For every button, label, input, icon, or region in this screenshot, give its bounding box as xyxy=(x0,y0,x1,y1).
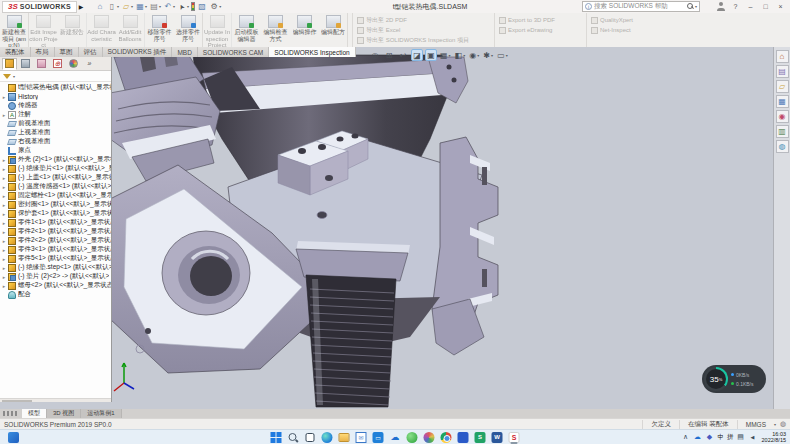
tree-item[interactable]: (-) 绝缘垫.step<1> (默认<<默认> xyxy=(0,263,111,272)
view-settings-icon[interactable] xyxy=(496,49,509,61)
taskbar-button[interactable] xyxy=(353,430,370,444)
expand-arrow[interactable] xyxy=(0,157,8,163)
taskbar-button[interactable] xyxy=(336,430,353,444)
ribbon-button[interactable]: 编辑检查方式 xyxy=(261,13,290,47)
tree-item[interactable]: 螺母<2> (默认<<默认>_显示状态 xyxy=(0,281,111,290)
ribbon-tab[interactable]: 布局 xyxy=(31,47,55,57)
tree-item[interactable]: 原点 xyxy=(0,146,111,155)
expand-arrow[interactable] xyxy=(0,283,8,289)
taskbar-button[interactable] xyxy=(404,430,421,444)
ribbon-button[interactable]: Add/Edit Balloons xyxy=(116,13,145,47)
expand-arrow[interactable] xyxy=(0,238,8,244)
ribbon-button[interactable]: 移除零件序号 xyxy=(145,13,174,47)
photos-icon[interactable] xyxy=(424,432,435,443)
minimize-icon[interactable]: – xyxy=(743,1,758,12)
search-caret-icon[interactable] xyxy=(695,4,697,9)
expand-arrow[interactable] xyxy=(0,274,8,280)
tree-item[interactable]: (-) 绝缘垫片<1> (默认<<默认>_显 xyxy=(0,164,111,173)
filter-caret-icon[interactable] xyxy=(13,74,15,79)
expand-arrow[interactable] xyxy=(0,184,8,190)
view-orientation-icon[interactable] xyxy=(439,49,452,61)
export-command[interactable]: Export to 3D PDF xyxy=(499,15,582,25)
view-palette-icon[interactable] xyxy=(776,95,789,108)
expand-arrow[interactable] xyxy=(0,202,8,208)
panel-tab[interactable] xyxy=(2,58,17,70)
help-search-box[interactable]: 搜索 SOLIDWORKS 帮助 xyxy=(582,1,700,12)
panel-tab[interactable] xyxy=(66,58,81,70)
taskbar-button[interactable] xyxy=(319,430,336,444)
restore-icon[interactable]: □ xyxy=(758,1,773,12)
annotation-visibility-icon[interactable] xyxy=(425,49,437,61)
chrome-icon[interactable] xyxy=(441,432,452,443)
user-account-icon[interactable] xyxy=(713,1,728,12)
ribbon-tab[interactable]: SOLIDWORKS CAM xyxy=(198,47,269,57)
expand-arrow[interactable] xyxy=(0,265,8,271)
expand-arrow[interactable] xyxy=(0,193,8,199)
file-properties-icon[interactable] xyxy=(197,2,207,12)
quick-access-button[interactable] xyxy=(163,2,175,12)
ribbon-button[interactable]: 启动模板编辑器 xyxy=(232,13,261,47)
quick-access-button[interactable] xyxy=(135,2,147,12)
panel-tab[interactable] xyxy=(50,58,65,70)
close-icon[interactable]: × xyxy=(773,1,788,12)
taskbar-clock[interactable]: 16:03 2022/8/15 xyxy=(762,431,786,443)
ribbon-button[interactable]: Edit Inspection Project xyxy=(29,13,58,47)
globe-icon[interactable] xyxy=(776,420,790,428)
export-command[interactable]: 导出至 SOLIDWORKS Inspection 项目 xyxy=(357,35,490,45)
help-icon[interactable]: ? xyxy=(728,1,743,12)
expand-arrow[interactable] xyxy=(0,247,8,253)
dropdown-caret-icon[interactable] xyxy=(173,4,175,9)
section-view-icon[interactable] xyxy=(411,49,423,61)
save-icon[interactable] xyxy=(135,2,145,12)
onedrive-icon[interactable] xyxy=(390,432,401,443)
dropdown-caret-icon[interactable] xyxy=(159,4,161,9)
expand-arrow[interactable] xyxy=(0,112,8,118)
file-explorer-icon[interactable] xyxy=(339,433,350,442)
expand-arrow[interactable] xyxy=(0,256,8,262)
quick-access-button[interactable] xyxy=(197,2,207,12)
ribbon-tab[interactable]: 装配体 xyxy=(0,47,31,57)
expand-arrow[interactable] xyxy=(0,94,8,100)
home-icon[interactable] xyxy=(95,2,105,12)
status-segment[interactable]: 在编辑 装配体 xyxy=(679,420,737,429)
ribbon-tab[interactable]: 评估 xyxy=(79,47,103,57)
taskbar-button[interactable] xyxy=(421,430,438,444)
edit-appearance-icon[interactable] xyxy=(482,49,494,61)
notebook-app-icon[interactable] xyxy=(458,432,469,443)
forum-icon[interactable] xyxy=(776,140,789,153)
edge-icon[interactable] xyxy=(322,432,333,443)
taskbar-button[interactable] xyxy=(268,430,285,444)
tree-filter-row[interactable] xyxy=(0,71,111,82)
ribbon-tab[interactable]: SOLIDWORKS 插件 xyxy=(103,47,173,57)
custom-properties-icon[interactable] xyxy=(776,125,789,138)
ribbon-button[interactable]: 选择零件序号 xyxy=(174,13,203,47)
taskbar-button[interactable] xyxy=(489,430,506,444)
panel-tab[interactable] xyxy=(82,58,97,70)
hide-show-items-icon[interactable] xyxy=(468,49,480,61)
ribbon-button[interactable]: 新建检查项目 (amp;N) xyxy=(0,13,29,47)
word-icon[interactable] xyxy=(492,432,503,443)
export-command[interactable]: Net-Inspect xyxy=(591,25,652,35)
tree-item[interactable]: (-) 上盖<1> (默认<<默认>_显示状 xyxy=(0,173,111,182)
tree-item[interactable]: 零件2<1> (默认<<默认>_显示状态 xyxy=(0,227,111,236)
search-input[interactable]: 搜索 SOLIDWORKS 帮助 xyxy=(594,2,687,11)
export-command[interactable]: 导出至 2D PDF xyxy=(357,15,490,25)
export-command[interactable]: 导出至 Excel xyxy=(357,25,490,35)
quick-access-button[interactable] xyxy=(121,2,133,12)
status-segment[interactable]: MMGS xyxy=(737,420,774,429)
panel-tab[interactable] xyxy=(18,58,33,70)
menu-expand-arrow-icon[interactable] xyxy=(77,3,85,10)
store-icon[interactable] xyxy=(373,432,384,443)
design-library-icon[interactable] xyxy=(776,65,789,78)
quick-access-button[interactable] xyxy=(177,2,189,12)
file-explorer-icon[interactable] xyxy=(776,80,789,93)
taskbar-button[interactable] xyxy=(438,430,455,444)
dropdown-caret-icon[interactable] xyxy=(187,4,189,9)
document-tab[interactable]: 运动算例1 xyxy=(81,409,121,418)
tree-item[interactable]: 外壳 (2)<1> (默认<<默认>_显示状 xyxy=(0,155,111,164)
taskbar-button[interactable] xyxy=(472,430,489,444)
tab-splitter-handle[interactable] xyxy=(0,409,22,418)
tree-item[interactable]: History xyxy=(0,92,111,101)
ribbon-button[interactable]: 编辑配方 xyxy=(319,13,348,47)
model-canvas[interactable] xyxy=(110,47,774,409)
